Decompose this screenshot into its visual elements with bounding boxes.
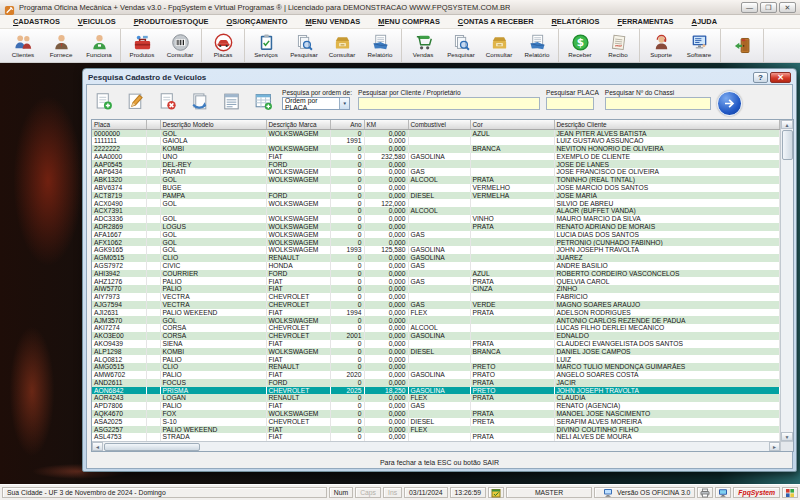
table-row[interactable]: ALP1298KOMBIWOLKSWAGEM00,000DIESELBRANCA… [92,348,780,356]
dialog-titlebar[interactable]: Pesquisa Cadastro de Veículos ? ✕ [86,71,793,84]
table-row[interactable]: AHI3942COURRIERFORD00,000AZULROBERTO COR… [92,270,780,278]
table-row[interactable]: ABV6374BUGE00,000VERMELHOJOSE MARCIO DOS… [92,184,780,192]
toolbar-button-clientes[interactable]: Clientes [4,33,42,58]
dialog-close-button[interactable]: ✕ [770,72,791,83]
table-row[interactable]: AKO3E00CORSACHEVROLET20010,000GASOLINAED… [92,332,780,340]
table-row[interactable]: AMW6702PALIOFIAT20200,000GASOLINAPRATOAN… [92,371,780,379]
column-header-cliente[interactable]: Descrição Cliente [554,120,780,129]
menu-veiculos[interactable]: VEICULOS [69,17,125,26]
print-button[interactable] [187,91,212,115]
table-row[interactable]: AQK4670FOXWOLKSWAGEM00,000PRATAMANOEL JO… [92,410,780,418]
column-header-placa[interactable]: Placa [92,120,146,129]
scroll-up-icon[interactable]: ▲ [781,120,793,129]
toolbar-button-pesquisar[interactable]: Pesquisar [285,33,323,58]
export-grid-button[interactable] [251,91,276,115]
horizontal-scroll-thumb[interactable] [104,443,200,451]
menu-relatorios[interactable]: RELATÓRIOS [543,17,609,26]
help-button[interactable]: ? [753,72,768,83]
add-record-button[interactable] [91,91,116,115]
table-row[interactable]: AND2611FOCUSFORD00,000PRATAJACIR [92,379,780,387]
table-row[interactable]: ACX0490GOLWOLKSWAGEM0122,000SILVIO DE AB… [92,199,780,207]
table-row[interactable]: ACX739100,000ALCOOLALAOR (BUFFET VANDA) [92,207,780,215]
chevron-down-icon[interactable]: ▼ [339,98,349,109]
column-header-km[interactable]: KM [364,120,408,129]
toolbar-button-consultar[interactable]: Consultar [161,33,199,58]
table-row[interactable]: ABK1320GOLWOLKSWAGEM00,000ALCOOLPRATATON… [92,176,780,184]
toolbar-button-relatorio[interactable]: Relatório [361,33,399,58]
toolbar-button-pesquisar[interactable]: Pesquisar [442,33,480,58]
toolbar-button-suporte[interactable]: Suporte [642,33,680,58]
menu-ferramentas[interactable]: FERRAMENTAS [608,17,682,26]
table-row[interactable]: ASL4753STRADAFIAT00,000PRATANELI ALVES D… [92,433,780,441]
table-row[interactable]: AIW5770PALIOFIAT00,000CINZAZINHO [92,285,780,293]
table-row[interactable]: APD7806PALIOFIAT00,000GASRENATO (AGENCIA… [92,402,780,410]
scroll-right-icon[interactable]: ► [769,442,780,451]
table-row[interactable]: AGM0515CLIORENAULT00,000GASOLINAJUAREZ [92,254,780,262]
toolbar-button-consultar[interactable]: Consultar [323,33,361,58]
plate-search-input[interactable] [546,97,594,110]
table-row[interactable]: AAP6434PARATIWOLKSWAGEM00,000GASJOSE FRA… [92,168,780,176]
table-row[interactable]: AAA0000UNOFIAT0232,580GASOLINAEXEMPLO DE… [92,153,780,161]
column-header-combustivel[interactable]: Combustível [408,120,470,129]
toolbar-button-servicos[interactable]: Serviços [247,33,285,58]
scroll-left-icon[interactable]: ◄ [92,442,103,451]
table-row[interactable]: ALQ0812PALIOFIAT00,000LUIZ [92,355,780,363]
menu-ajuda[interactable]: AJUDA [683,17,726,26]
vertical-scrollbar[interactable]: ▲ ▼ [780,120,793,441]
table-row-selected[interactable]: AON6842PRISMACHEVROLET202518,250GASOLINA… [92,387,780,395]
close-button[interactable]: ✕ [779,2,796,13]
chassis-search-input[interactable] [605,97,711,110]
table-row[interactable]: AKI7274CORSACHEVROLET00,000ALCOOLLUCAS F… [92,324,780,332]
search-go-button[interactable] [717,91,742,116]
menu-produto-estoque[interactable]: PRODUTO/ESTOQUE [125,17,218,26]
toolbar-button-funciona[interactable]: Funciona [80,33,118,58]
table-row[interactable]: AKO9439SIENAFIAT00,000PRATACLAUDECI EVAN… [92,340,780,348]
table-row[interactable]: ADR2869LOGUSWOLKSWAGEM00,000PRATARENATO … [92,223,780,231]
restore-button[interactable]: ❐ [760,2,777,13]
column-header-cor[interactable]: Cor [470,120,554,129]
menu-menu-compras[interactable]: MENU COMPRAS [369,17,449,26]
client-search-input[interactable] [358,97,540,110]
table-row[interactable]: 1111111GAIOLA19910,000LUIZ GUSTAVO ASSUN… [92,137,780,145]
toolbar-button-produtos[interactable]: Produtos [123,33,161,58]
table-row[interactable]: AJG7594VECTRACHEVROLET00,000GASVERDEMAGN… [92,301,780,309]
toolbar-button-consultar[interactable]: Consultar [480,33,518,58]
table-row[interactable]: AMG0515CLIORENAULT00,000PRETOMARCO TULIO… [92,363,780,371]
menu-contas-a-receber[interactable]: CONTAS A RECEBER [449,17,543,26]
toolbar-button-exit-door[interactable] [723,36,761,55]
table-row[interactable]: AGS7972CIVICHONDA00,000GASANDRE BASILIO [92,262,780,270]
toolbar-button-placas[interactable]: Placas [204,33,242,58]
toolbar-button-relatorio[interactable]: Relatório [518,33,556,58]
scroll-down-icon[interactable]: ▼ [781,432,793,441]
table-row[interactable]: ASA2025S-10CHEVROLET00,000DIESELPRETASER… [92,418,780,426]
table-row[interactable]: AJM3570GOLWOLKSWAGEM00,000ANTONIO CARLOS… [92,316,780,324]
minimize-button[interactable]: — [741,2,758,13]
delete-record-button[interactable] [155,91,180,115]
column-header-modelo[interactable]: Descrição Modelo [160,120,266,129]
table-row[interactable]: AHZ1276PALIOFIAT00,000GASPRATAQUELVIA CA… [92,277,780,285]
toolbar-button-fornece[interactable]: Fornece [42,33,80,58]
toolbar-button-software[interactable]: Software [680,33,718,58]
vertical-scroll-thumb[interactable] [782,130,793,160]
table-row[interactable]: AOR4243LOGANRENAULT00,000FLEXPRATACLAUDI… [92,394,780,402]
order-combobox[interactable]: Ordem por PLACA ▼ [282,97,350,110]
table-row[interactable]: AGK9165GOLWOLKSWAGEM1993125,580GASOLINAJ… [92,246,780,254]
table-row[interactable]: ADC3336GOLWOLKSWAGEM00,000VINHOMAURO MAR… [92,215,780,223]
column-header-ano[interactable]: Ano [330,120,364,129]
list-report-button[interactable] [219,91,244,115]
table-row[interactable]: AAP0545DEL-REYFORD00,000JOSE DE LANES [92,160,780,168]
edit-record-button[interactable] [123,91,148,115]
table-row[interactable]: AIY7973VECTRACHEVROLET00,000FABRICIO [92,293,780,301]
table-row[interactable]: AFX1062GOLWOLKSWAGEM00,000PETRONIO (CUNH… [92,238,780,246]
table-row[interactable]: AJI2631PALIO WEKEENDFIAT19940,000FLEXPRA… [92,309,780,317]
toolbar-button-vendas[interactable]: Vendas [404,33,442,58]
table-row[interactable]: AFA1667GOLWOLKSWAGEM00,000GASLUCIA DIAS … [92,231,780,239]
table-row[interactable]: ACT8719PAMPAFORD00,000DIESELVERMELHAJOSE… [92,192,780,200]
menu-menu-vendas[interactable]: MENU VENDAS [297,17,370,26]
table-row[interactable]: 0000000GOLWOLKSWAGEM00,000AZULJEAN PITER… [92,129,780,137]
column-header-indicator[interactable] [146,120,160,129]
table-row[interactable]: ASG2257PALIO WEKEENDFIAT00,000FLEXDIVINO… [92,426,780,434]
table-row[interactable]: 2222222KOMBIWOLKSWAGEM00,000BRANCANEVITO… [92,145,780,153]
toolbar-button-receber[interactable]: $Receber [561,33,599,58]
horizontal-scrollbar[interactable]: ◄ ► [92,441,780,451]
